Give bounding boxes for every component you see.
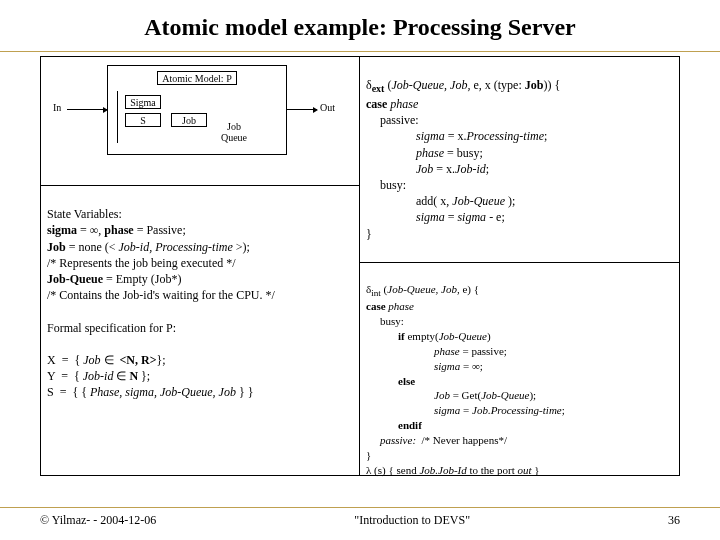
p1: sigma = x.Processing-time; [366, 129, 547, 143]
model-title-box: Atomic Model: P [157, 71, 237, 85]
delta-ext: δext (Job-Queue, Job, e, x (type: Job)) … [366, 61, 673, 258]
delta-ext-cell: δext (Job-Queue, Job, e, x (type: Job)) … [360, 57, 679, 263]
t: Job [83, 353, 100, 367]
s-def: S = { { [47, 385, 90, 399]
t: <N, R> [120, 353, 157, 367]
divider-bottom [0, 507, 720, 508]
lambda-line: λ (s) { send Job.Job-Id to the port out … [366, 464, 540, 476]
sep-line [117, 91, 118, 143]
sigma-box: Sigma [125, 95, 161, 109]
in-label: In [53, 101, 61, 115]
t: ∈ [113, 369, 129, 383]
in-arrow [67, 109, 107, 110]
p2: phase = busy; [366, 146, 483, 160]
out-arrow [287, 109, 317, 110]
t: }; [157, 353, 166, 367]
then2: sigma = ∞; [366, 360, 483, 372]
t: = ∞, [77, 223, 104, 237]
sv-job: Job [47, 240, 66, 254]
right-column: δext (Job-Queue, Job, e, x (type: Job)) … [360, 57, 679, 475]
dext-sig: δext (Job-Queue, Job, e, x (type: Job)) … [366, 78, 560, 92]
diagram-cell: Atomic Model: P Sigma S Job Job Queue In… [41, 57, 359, 186]
state-vars: State Variables: sigma = ∞, phase = Pass… [47, 190, 353, 417]
left-column: Atomic Model: P Sigma S Job Job Queue In… [41, 57, 360, 475]
job-box: Job [171, 113, 207, 127]
busy-label: busy: [366, 178, 406, 192]
footer-left: © Yilmaz- - 2004-12-06 [40, 513, 156, 528]
else2: sigma = Job.Processing-time; [366, 404, 565, 416]
t: }; [138, 369, 150, 383]
b1: add( x, Job-Queue ); [366, 194, 515, 208]
t: ∈ [101, 353, 120, 367]
slide: Atomic model example: Processing Server … [0, 0, 720, 540]
t: phase [388, 300, 414, 312]
close-brace: } [366, 227, 372, 241]
delta-int: δint (Job-Queue, Job, e) { case phase bu… [366, 267, 673, 492]
then1: phase = passive; [366, 345, 507, 357]
case-kw2: case [366, 300, 388, 312]
t: = Passive; [134, 223, 186, 237]
busy-label2: busy: [366, 315, 404, 327]
sv-comment1: /* Represents the job being executed */ [47, 256, 236, 270]
t: Job-id [83, 369, 114, 383]
y-def: Y = { [47, 369, 83, 383]
else-kw: else [366, 375, 415, 387]
atomic-model-diagram: Atomic Model: P Sigma S Job Job Queue In… [47, 61, 337, 181]
footer: © Yilmaz- - 2004-12-06 "Introduction to … [0, 513, 720, 528]
endif-kw: endif [366, 419, 422, 431]
sv-comment2: /* Contains the Job-id's waiting for the… [47, 288, 275, 302]
sv-phase: phase [104, 223, 133, 237]
state-vars-cell: State Variables: sigma = ∞, phase = Pass… [41, 186, 359, 475]
sv-sigma: sigma [47, 223, 77, 237]
spec-hdr: Formal specification for P: [47, 321, 176, 335]
case-kw: case [366, 97, 390, 111]
x-def: X = { [47, 353, 83, 367]
passive-line: passive: /* Never happens*/ [366, 434, 507, 446]
p3: Job = x.Job-id; [366, 162, 489, 176]
b2: sigma = sigma - e; [366, 210, 505, 224]
divider-top [0, 51, 720, 52]
out-label: Out [320, 101, 335, 115]
t: } } [236, 385, 254, 399]
if-line: if empty(Job-Queue) [366, 330, 491, 342]
footer-right: 36 [668, 513, 680, 528]
t: N [129, 369, 138, 383]
t: = Empty (Job*) [103, 272, 181, 286]
else1: Job = Get(Job-Queue); [366, 389, 536, 401]
job-queue-label: Job Queue [217, 121, 251, 143]
sv-hdr: State Variables: [47, 207, 122, 221]
s-box: S [125, 113, 161, 127]
dint-sig: δint (Job-Queue, Job, e) { [366, 283, 479, 295]
close-brace2: } [366, 449, 371, 461]
content-frame: Atomic Model: P Sigma S Job Job Queue In… [40, 56, 680, 476]
t: Job-id, Processing-time [119, 240, 233, 254]
t: = none (< [66, 240, 119, 254]
sv-jq: Job-Queue [47, 272, 103, 286]
footer-center: "Introduction to DEVS" [354, 513, 470, 528]
passive-label: passive: [366, 113, 419, 127]
delta-int-cell: δint (Job-Queue, Job, e) { case phase bu… [360, 263, 679, 496]
page-title: Atomic model example: Processing Server [40, 14, 680, 41]
t: >); [233, 240, 250, 254]
t: Phase, sigma, Job-Queue, Job [90, 385, 236, 399]
t: phase [390, 97, 418, 111]
